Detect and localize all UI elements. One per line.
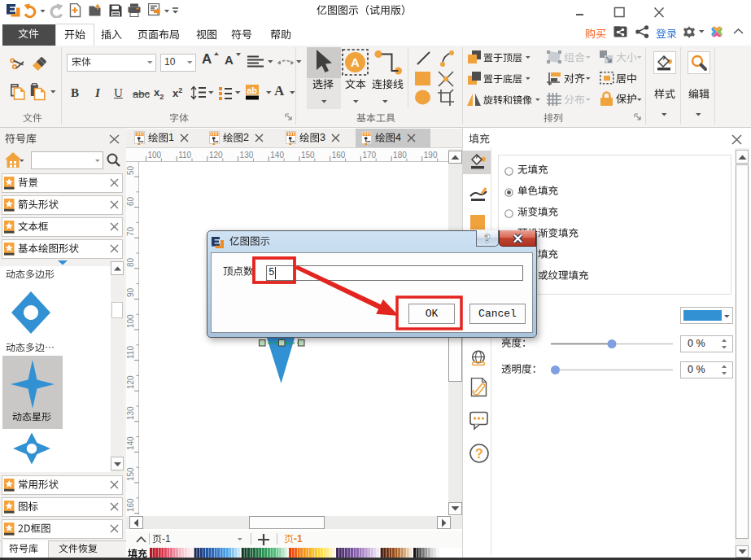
svg-text:70: 70 bbox=[126, 226, 135, 236]
svg-text:120: 120 bbox=[126, 375, 135, 389]
svg-text:160: 160 bbox=[126, 498, 135, 512]
svg-text:110: 110 bbox=[126, 346, 135, 359]
svg-text:140: 140 bbox=[126, 436, 135, 450]
svg-text:?: ? bbox=[485, 233, 491, 245]
svg-text:100: 100 bbox=[126, 314, 135, 328]
svg-text:150: 150 bbox=[126, 467, 135, 481]
svg-text:130: 130 bbox=[126, 406, 135, 420]
svg-text:A: A bbox=[351, 55, 360, 69]
svg-text:60: 60 bbox=[126, 196, 135, 206]
svg-text:?: ? bbox=[475, 447, 483, 461]
svg-text:50: 50 bbox=[126, 165, 135, 175]
svg-text:90: 90 bbox=[126, 287, 135, 297]
svg-text:ab: ab bbox=[247, 85, 257, 95]
svg-text:80: 80 bbox=[126, 257, 135, 267]
